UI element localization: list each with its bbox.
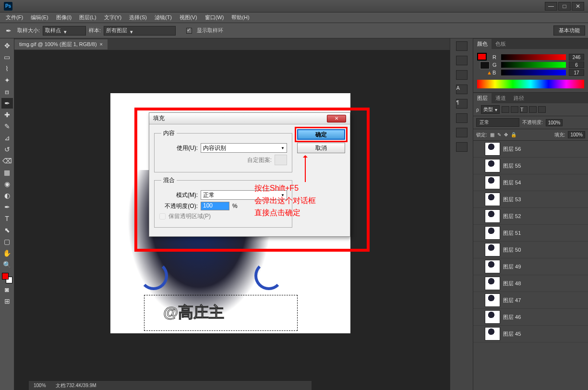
filter-type-icon[interactable]: T [520, 106, 528, 113]
layer-name[interactable]: 图层 52 [503, 213, 521, 220]
gradient-tool[interactable]: ▦ [1, 167, 13, 178]
layer-name[interactable]: 图层 54 [503, 179, 521, 186]
healing-tool[interactable]: ✚ [1, 110, 13, 120]
history-brush-tool[interactable]: ↺ [1, 144, 13, 155]
ok-button[interactable]: 确定 [297, 129, 345, 140]
b-value[interactable]: 17 [569, 69, 584, 76]
layer-name[interactable]: 图层 55 [503, 162, 521, 170]
layer-filter-select[interactable]: 类型▾ [481, 105, 500, 114]
layer-name[interactable]: 图层 46 [503, 314, 521, 321]
layer-name[interactable]: 图层 45 [503, 330, 521, 338]
layer-name[interactable]: 图层 50 [503, 246, 521, 254]
visibility-toggle[interactable] [476, 230, 482, 236]
blur-tool[interactable]: ◉ [1, 179, 13, 189]
layer-thumbnail[interactable] [485, 226, 500, 240]
b-slider[interactable] [501, 70, 566, 75]
tab-swatches[interactable]: 色板 [492, 39, 510, 49]
path-select-tool[interactable]: ⬉ [1, 225, 13, 235]
layer-opacity-input[interactable]: 100% [546, 119, 563, 126]
visibility-toggle[interactable] [476, 196, 482, 202]
document-tab[interactable]: timg.gif @ 100% (图层 1, RGB/8) × [14, 39, 108, 49]
menu-view[interactable]: 视图(V) [176, 13, 201, 22]
layer-thumbnail[interactable] [485, 176, 500, 189]
brush-tool[interactable]: ✎ [1, 121, 13, 132]
layer-name[interactable]: 图层 51 [503, 230, 521, 237]
lock-all-icon[interactable]: 🔒 [511, 132, 516, 137]
layer-thumbnail[interactable] [485, 260, 500, 273]
sample-select[interactable]: 所有图层▾ [104, 26, 176, 36]
panel-foreground-swatch[interactable] [477, 53, 487, 61]
brush-panel-icon[interactable] [456, 113, 468, 123]
zoom-level[interactable]: 100% [34, 383, 46, 388]
shape-tool[interactable]: ▢ [1, 236, 13, 247]
dialog-titlebar[interactable]: 填充 ✕ [149, 113, 350, 124]
quickmask-toggle[interactable]: ◙ [1, 284, 13, 295]
visibility-toggle[interactable] [476, 180, 482, 185]
actions-panel-icon[interactable] [456, 56, 468, 65]
foreground-swatch[interactable] [2, 273, 9, 280]
layer-thumbnail[interactable] [485, 243, 500, 256]
layer-item[interactable]: 图层 47 [473, 292, 588, 309]
layer-thumbnail[interactable] [485, 142, 500, 156]
paragraph-panel-icon[interactable]: ¶ [456, 99, 468, 109]
eyedropper-tool[interactable]: ✒ [1, 98, 13, 109]
layer-name[interactable]: 图层 53 [503, 196, 521, 203]
filter-shape-icon[interactable] [529, 106, 537, 113]
pen-tool[interactable]: ✒ [1, 202, 13, 212]
zoom-tool[interactable]: 🔍 [1, 259, 13, 270]
layer-name[interactable]: 图层 49 [503, 263, 521, 270]
layer-item[interactable]: 图层 54 [473, 174, 588, 191]
close-icon[interactable]: × [100, 41, 103, 47]
spectrum-picker[interactable] [477, 80, 584, 88]
layer-item[interactable]: 图层 46 [473, 309, 588, 326]
cancel-button[interactable]: 取消 [297, 143, 345, 153]
lock-pos-icon[interactable]: ✥ [504, 132, 508, 137]
menu-image[interactable]: 图像(I) [52, 13, 75, 22]
visibility-toggle[interactable] [476, 247, 482, 253]
maximize-button[interactable]: □ [558, 2, 571, 11]
character-panel-icon[interactable]: A [456, 85, 468, 94]
menu-file[interactable]: 文件(F) [2, 13, 27, 22]
layer-thumbnail[interactable] [485, 327, 500, 341]
visibility-toggle[interactable] [476, 314, 482, 320]
visibility-toggle[interactable] [476, 264, 482, 269]
screenmode-toggle[interactable]: ⊞ [1, 296, 13, 306]
layer-thumbnail[interactable] [485, 310, 500, 324]
layer-item[interactable]: 图层 49 [473, 258, 588, 275]
tab-channels[interactable]: 通道 [492, 93, 510, 103]
workspace-switcher[interactable]: 基本功能 [553, 25, 585, 36]
layer-item[interactable]: 图层 45 [473, 326, 588, 342]
layer-item[interactable]: 图层 50 [473, 242, 588, 258]
menu-type[interactable]: 文字(Y) [100, 13, 126, 22]
use-select[interactable]: 内容识别▼ [201, 143, 287, 153]
layer-name[interactable]: 图层 56 [503, 146, 521, 153]
layer-item[interactable]: 图层 48 [473, 275, 588, 292]
filter-pixel-icon[interactable] [502, 106, 509, 113]
tab-layers[interactable]: 图层 [473, 93, 492, 103]
layer-name[interactable]: 图层 47 [503, 297, 521, 304]
layer-item[interactable]: 图层 55 [473, 158, 588, 174]
g-value[interactable]: 6 [569, 61, 584, 68]
menu-edit[interactable]: 编辑(E) [27, 13, 52, 22]
sample-size-select[interactable]: 取样点▾ [43, 26, 86, 36]
g-slider[interactable] [501, 62, 566, 68]
panel-background-swatch[interactable] [480, 61, 490, 69]
move-tool[interactable]: ✥ [1, 40, 13, 51]
close-button[interactable]: ✕ [572, 2, 584, 11]
visibility-toggle[interactable] [476, 213, 482, 219]
marquee-tool[interactable]: ▭ [1, 52, 13, 62]
layer-thumbnail[interactable] [485, 209, 500, 223]
layer-thumbnail[interactable] [485, 277, 500, 290]
opacity-input[interactable]: 100 [201, 202, 229, 210]
layer-thumbnail[interactable] [485, 293, 500, 307]
layer-list[interactable]: 图层 56图层 55图层 54图层 53图层 52图层 51图层 50图层 49… [473, 141, 588, 390]
menu-help[interactable]: 帮助(H) [228, 13, 253, 22]
fill-dialog[interactable]: 填充 ✕ 内容 使用(U): 内容识别▼ 自定图案: [149, 112, 350, 237]
canvas-viewport[interactable]: @高庄主 按住Shift+F5 会弹出这个对话框 直接点击确定 填充 ✕ 内容 [14, 50, 450, 390]
lock-pixel-icon[interactable]: ✎ [497, 132, 501, 137]
tab-paths[interactable]: 路径 [510, 93, 528, 103]
history-panel-icon[interactable] [456, 41, 468, 51]
properties-panel-icon[interactable] [456, 70, 468, 80]
dialog-close-button[interactable]: ✕ [327, 115, 346, 122]
type-tool[interactable]: T [1, 213, 13, 224]
